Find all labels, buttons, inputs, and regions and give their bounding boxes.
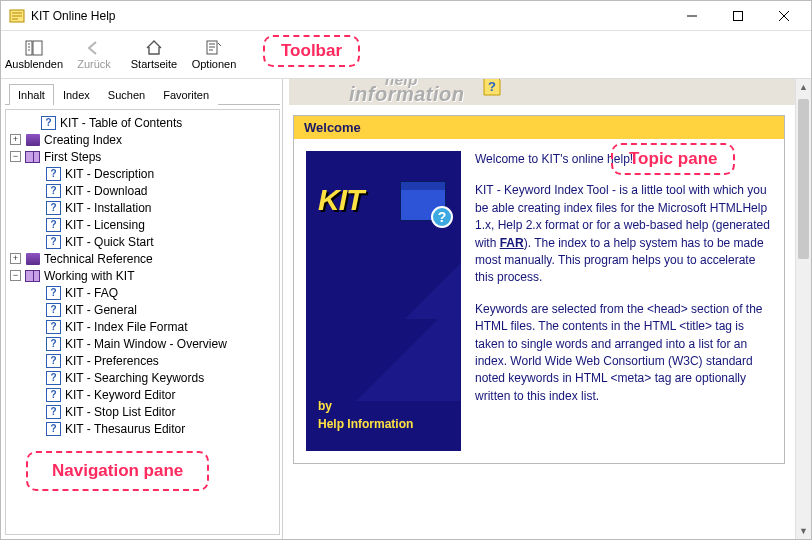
toolbar-options-button[interactable]: Optionen bbox=[185, 34, 243, 76]
expand-icon[interactable]: + bbox=[10, 134, 21, 145]
tree-item[interactable]: ?KIT - Preferences bbox=[8, 352, 277, 369]
contents-tree[interactable]: ? KIT - Table of Contents + Creating Ind… bbox=[5, 109, 280, 535]
minimize-button[interactable] bbox=[669, 1, 715, 31]
tree-item[interactable]: ?KIT - Licensing bbox=[8, 216, 277, 233]
tree-label: KIT - Download bbox=[65, 184, 147, 198]
collapse-icon[interactable]: − bbox=[10, 270, 21, 281]
expand-icon[interactable]: + bbox=[10, 253, 21, 264]
svg-text:?: ? bbox=[488, 79, 496, 94]
topic-title-bar: Welcome bbox=[294, 116, 784, 139]
vertical-scrollbar[interactable]: ▲ ▼ bbox=[795, 79, 811, 539]
tree-item-working[interactable]: − Working with KIT bbox=[8, 267, 277, 284]
topic-pane: help information ? Welcome KIT ? bbox=[283, 79, 811, 539]
tree-item[interactable]: ?KIT - Stop List Editor bbox=[8, 403, 277, 420]
tree-label: KIT - Main Window - Overview bbox=[65, 337, 227, 351]
help-topic-icon: ? bbox=[46, 371, 61, 385]
tree-item[interactable]: ?KIT - Description bbox=[8, 165, 277, 182]
tree-item[interactable]: ?KIT - General bbox=[8, 301, 277, 318]
expander-none bbox=[26, 117, 37, 128]
toolbar-back-button[interactable]: Zurück bbox=[65, 34, 123, 76]
tree-label: Technical Reference bbox=[44, 252, 153, 266]
tab-favorites[interactable]: Favoriten bbox=[154, 84, 218, 105]
help-topic-icon: ? bbox=[46, 405, 61, 419]
help-topic-icon: ? bbox=[46, 303, 61, 317]
tree-item[interactable]: ?KIT - Thesaurus Editor bbox=[8, 420, 277, 437]
svg-rect-6 bbox=[33, 41, 42, 55]
tree-label: KIT - Table of Contents bbox=[60, 116, 182, 130]
tree-item-toc[interactable]: ? KIT - Table of Contents bbox=[8, 114, 277, 131]
help-topic-icon: ? bbox=[46, 388, 61, 402]
help-topic-icon: ? bbox=[46, 235, 61, 249]
tree-label: KIT - Licensing bbox=[65, 218, 145, 232]
topic-content-card: Welcome KIT ? by Help Information bbox=[293, 115, 785, 464]
app-icon bbox=[9, 8, 25, 24]
help-topic-icon: ? bbox=[46, 286, 61, 300]
svg-rect-2 bbox=[734, 11, 743, 20]
toolbar-label: Optionen bbox=[192, 58, 237, 70]
toolbar: Ausblenden Zurück Startseite Optionen bbox=[1, 31, 811, 79]
tree-label: KIT - Index File Format bbox=[65, 320, 187, 334]
product-logo-panel: KIT ? by Help Information bbox=[306, 151, 461, 451]
tree-label: KIT - Keyword Editor bbox=[65, 388, 175, 402]
tree-item[interactable]: ?KIT - Searching Keywords bbox=[8, 369, 277, 386]
tree-label: KIT - Preferences bbox=[65, 354, 159, 368]
toolbar-hide-button[interactable]: Ausblenden bbox=[5, 34, 63, 76]
svg-rect-5 bbox=[26, 41, 32, 55]
tree-label: Creating Index bbox=[44, 133, 122, 147]
help-topic-icon: ? bbox=[46, 337, 61, 351]
closed-book-icon bbox=[25, 133, 40, 147]
tree-item[interactable]: ?KIT - Main Window - Overview bbox=[8, 335, 277, 352]
nav-tabs: Inhalt Index Suchen Favoriten bbox=[5, 83, 280, 105]
hide-icon bbox=[25, 39, 43, 57]
toolbar-label: Startseite bbox=[131, 58, 177, 70]
back-arrow-icon bbox=[85, 39, 103, 57]
toolbar-home-button[interactable]: Startseite bbox=[125, 34, 183, 76]
tree-label: KIT - FAQ bbox=[65, 286, 118, 300]
tree-item[interactable]: ?KIT - Quick Start bbox=[8, 233, 277, 250]
tab-index[interactable]: Index bbox=[54, 84, 99, 105]
tree-label: KIT - Description bbox=[65, 167, 154, 181]
paragraph: KIT - Keyword Index Tool - is a little t… bbox=[475, 182, 772, 286]
home-icon bbox=[145, 39, 163, 57]
header-logo-text: help information bbox=[349, 79, 465, 101]
help-question-icon: ? bbox=[481, 79, 503, 97]
help-topic-icon: ? bbox=[41, 116, 56, 130]
scroll-thumb[interactable] bbox=[798, 99, 809, 259]
help-topic-icon: ? bbox=[46, 201, 61, 215]
far-link[interactable]: FAR bbox=[500, 236, 524, 250]
navigation-pane: Inhalt Index Suchen Favoriten ? KIT - Ta… bbox=[1, 79, 283, 539]
tree-item-tech-ref[interactable]: + Technical Reference bbox=[8, 250, 277, 267]
topic-body-text: Welcome to KIT's online help! KIT - Keyw… bbox=[475, 151, 772, 451]
logo-byline: by Help Information bbox=[318, 397, 413, 433]
tree-item[interactable]: ?KIT - Download bbox=[8, 182, 277, 199]
tree-item[interactable]: ?KIT - Keyword Editor bbox=[8, 386, 277, 403]
tree-item[interactable]: ?KIT - Index File Format bbox=[8, 318, 277, 335]
open-book-icon bbox=[25, 150, 40, 164]
collapse-icon[interactable]: − bbox=[10, 151, 21, 162]
maximize-button[interactable] bbox=[715, 1, 761, 31]
titlebar: KIT Online Help bbox=[1, 1, 811, 31]
tree-label: KIT - Stop List Editor bbox=[65, 405, 176, 419]
topic-header-band: help information ? bbox=[289, 79, 795, 105]
scroll-down-icon[interactable]: ▼ bbox=[796, 523, 811, 539]
tree-label: KIT - Quick Start bbox=[65, 235, 153, 249]
open-book-icon bbox=[25, 269, 40, 283]
tree-item[interactable]: ?KIT - Installation bbox=[8, 199, 277, 216]
scroll-up-icon[interactable]: ▲ bbox=[796, 79, 811, 95]
tree-item[interactable]: ?KIT - FAQ bbox=[8, 284, 277, 301]
tree-label: KIT - Searching Keywords bbox=[65, 371, 204, 385]
help-topic-icon: ? bbox=[46, 320, 61, 334]
window-title: KIT Online Help bbox=[31, 9, 116, 23]
tree-item-creating-index[interactable]: + Creating Index bbox=[8, 131, 277, 148]
help-topic-icon: ? bbox=[46, 354, 61, 368]
tab-search[interactable]: Suchen bbox=[99, 84, 154, 105]
help-topic-icon: ? bbox=[46, 184, 61, 198]
close-button[interactable] bbox=[761, 1, 807, 31]
toolbar-label: Ausblenden bbox=[5, 58, 63, 70]
tab-contents[interactable]: Inhalt bbox=[9, 84, 54, 105]
tree-label: KIT - Thesaurus Editor bbox=[65, 422, 185, 436]
options-icon bbox=[205, 39, 223, 57]
tree-label: KIT - General bbox=[65, 303, 137, 317]
tree-item-first-steps[interactable]: − First Steps bbox=[8, 148, 277, 165]
tree-label: KIT - Installation bbox=[65, 201, 151, 215]
